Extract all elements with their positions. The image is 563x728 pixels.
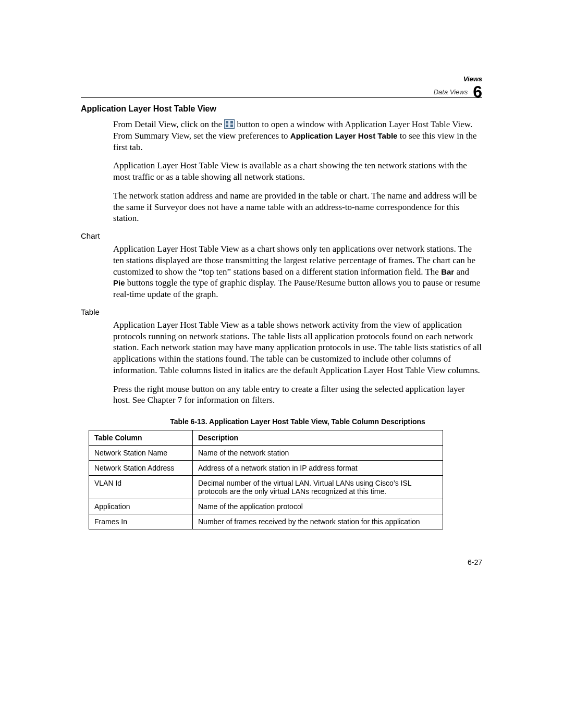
page: Views Data Views 6 Application Layer Hos… <box>0 0 563 728</box>
header-section: Data Views <box>434 89 468 96</box>
column-descriptions-table: Table Column Description Network Station… <box>89 430 443 529</box>
cell-col1: Network Station Name <box>89 446 193 461</box>
table-header-col2: Description <box>193 430 443 446</box>
header-chapter: Views <box>434 76 482 83</box>
table-header-col1: Table Column <box>89 430 193 446</box>
chart-subheading: Chart <box>81 231 482 240</box>
cell-col1: VLAN Id <box>89 476 193 499</box>
table-row: VLAN Id Decimal number of the virtual LA… <box>89 476 443 499</box>
p1-bold: Application Layer Host Table <box>290 131 398 140</box>
p4-bar: Bar <box>441 267 454 276</box>
grid-icon <box>224 119 235 129</box>
cell-col2: Name of the application protocol <box>193 499 443 514</box>
cell-col2: Decimal number of the virtual LAN. Virtu… <box>193 476 443 499</box>
section-heading: Application Layer Host Table View <box>81 104 482 114</box>
table-row: Application Name of the application prot… <box>89 499 443 514</box>
p4-pie: Pie <box>113 278 125 287</box>
content-area: Application Layer Host Table View From D… <box>81 104 482 529</box>
p1-text-a: From Detail View, click on the <box>113 119 224 129</box>
paragraph-4: Application Layer Host Table View as a c… <box>113 243 482 300</box>
table-subheading: Table <box>81 307 482 316</box>
table-caption: Table 6-13. Application Layer Host Table… <box>113 417 482 426</box>
header-line2: Data Views 6 <box>434 83 482 101</box>
cell-col2: Name of the network station <box>193 446 443 461</box>
paragraph-3: The network station address and name are… <box>113 190 482 224</box>
paragraph-5: Application Layer Host Table View as a t… <box>113 319 482 376</box>
cell-col2: Address of a network station in IP addre… <box>193 461 443 476</box>
cell-col1: Application <box>89 499 193 514</box>
header-rule <box>81 97 482 98</box>
p4-text-a: Application Layer Host Table View as a c… <box>113 244 475 277</box>
page-number: 6-27 <box>468 558 482 566</box>
chart-block: Application Layer Host Table View as a c… <box>113 243 482 300</box>
p4-text-b: buttons toggle the type of graphic displ… <box>113 278 480 299</box>
p4-mid: and <box>456 267 469 277</box>
table-row: Network Station Address Address of a net… <box>89 461 443 476</box>
table-header-row: Table Column Description <box>89 430 443 446</box>
header-chapter-number: 6 <box>473 83 482 101</box>
paragraph-6: Press the right mouse button on any tabl… <box>113 384 482 406</box>
cell-col2: Number of frames received by the network… <box>193 514 443 529</box>
cell-col1: Network Station Address <box>89 461 193 476</box>
paragraph-2: Application Layer Host Table View is ava… <box>113 160 482 183</box>
intro-block: From Detail View, click on the button to… <box>113 119 482 224</box>
paragraph-1: From Detail View, click on the button to… <box>113 119 482 153</box>
table-row: Network Station Name Name of the network… <box>89 446 443 461</box>
table-block: Application Layer Host Table View as a t… <box>113 319 482 406</box>
table-row: Frames In Number of frames received by t… <box>89 514 443 529</box>
cell-col1: Frames In <box>89 514 193 529</box>
